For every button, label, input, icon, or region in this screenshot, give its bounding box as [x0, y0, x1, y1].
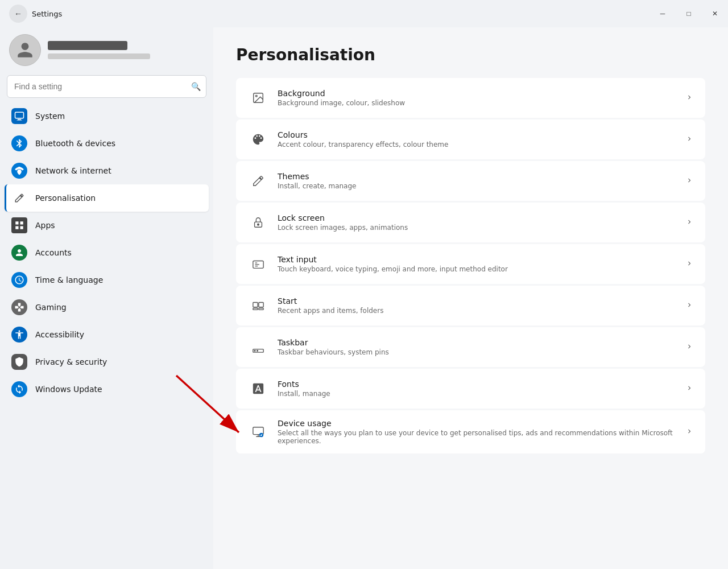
chevron-right-icon-start — [685, 301, 693, 311]
deviceusage-icon — [248, 422, 268, 442]
maximize-button[interactable]: □ — [676, 0, 702, 27]
taskbar-icon — [248, 337, 268, 357]
search-input[interactable] — [7, 75, 206, 98]
setting-desc-lockscreen: Lock screen images, apps, animations — [278, 224, 685, 232]
close-button[interactable]: ✕ — [702, 0, 728, 27]
setting-title-themes: Themes — [278, 172, 685, 181]
setting-desc-colours: Accent colour, transparency effects, col… — [278, 141, 685, 149]
app-body: 🔍 SystemBluetooth & devicesNetwork & int… — [0, 27, 728, 569]
titlebar: ← Settings ─ □ ✕ — [0, 0, 728, 27]
setting-title-background: Background — [278, 89, 685, 98]
chevron-right-icon-deviceusage — [685, 427, 693, 437]
background-icon — [248, 88, 268, 108]
svg-point-8 — [255, 95, 257, 97]
app-title: Settings — [32, 10, 62, 18]
svg-rect-12 — [253, 303, 258, 307]
svg-rect-5 — [15, 226, 18, 229]
setting-title-start: Start — [278, 296, 685, 306]
chevron-right-icon-themes — [685, 176, 693, 186]
svg-rect-18 — [257, 350, 258, 352]
setting-title-deviceusage: Device usage — [278, 419, 685, 428]
accounts-icon — [11, 245, 27, 261]
window-controls: ─ □ ✕ — [650, 0, 728, 27]
setting-card-colours[interactable]: ColoursAccent colour, transparency effec… — [236, 119, 705, 159]
setting-card-start[interactable]: StartRecent apps and items, folders — [236, 286, 705, 325]
setting-card-text-taskbar: TaskbarTaskbar behaviours, system pins — [278, 338, 685, 356]
sidebar-item-bluetooth[interactable]: Bluetooth & devices — [5, 130, 209, 157]
sidebar-item-label-network: Network & internet — [35, 166, 111, 175]
sidebar-item-time[interactable]: Time & language — [5, 266, 209, 294]
setting-card-deviceusage[interactable]: Device usageSelect all the ways you plan… — [236, 410, 705, 453]
settings-list: BackgroundBackground image, colour, slid… — [236, 78, 705, 454]
search-box: 🔍 — [7, 75, 206, 98]
username-redacted — [48, 41, 127, 50]
setting-desc-start: Recent apps and items, folders — [278, 307, 685, 315]
page-title: Personalisation — [236, 46, 705, 64]
back-button[interactable]: ← — [9, 5, 27, 23]
setting-card-text-fonts: FontsInstall, manage — [278, 380, 685, 398]
user-section — [5, 27, 209, 75]
svg-rect-0 — [15, 112, 24, 118]
setting-title-colours: Colours — [278, 130, 685, 139]
svg-rect-6 — [20, 226, 23, 229]
sidebar-item-personalisation[interactable]: Personalisation — [5, 184, 209, 212]
sidebar-item-accounts[interactable]: Accounts — [5, 239, 209, 266]
bluetooth-icon — [11, 135, 27, 151]
setting-title-fonts: Fonts — [278, 380, 685, 389]
setting-card-text-colours: ColoursAccent colour, transparency effec… — [278, 130, 685, 149]
sidebar-item-label-accounts: Accounts — [35, 248, 72, 257]
main-content: Personalisation BackgroundBackground ima… — [213, 27, 728, 569]
sidebar-item-system[interactable]: System — [5, 102, 209, 130]
minimize-button[interactable]: ─ — [650, 0, 676, 27]
sidebar-item-apps[interactable]: Apps — [5, 212, 209, 239]
sidebar-item-accessibility[interactable]: Accessibility — [5, 321, 209, 348]
setting-card-lockscreen[interactable]: Lock screenLock screen images, apps, ani… — [236, 203, 705, 242]
sidebar-item-network[interactable]: Network & internet — [5, 157, 209, 184]
svg-rect-14 — [253, 308, 258, 310]
setting-card-themes[interactable]: ThemesInstall, create, manage — [236, 161, 705, 201]
sidebar-item-label-apps: Apps — [35, 221, 55, 230]
sidebar-item-label-accessibility: Accessibility — [35, 330, 84, 339]
lockscreen-icon — [248, 212, 268, 233]
back-icon: ← — [14, 9, 22, 18]
svg-rect-2 — [17, 120, 22, 121]
sidebar-item-label-system: System — [35, 112, 65, 121]
update-icon — [11, 381, 27, 397]
setting-title-textinput: Text input — [278, 255, 685, 264]
sidebar: 🔍 SystemBluetooth & devicesNetwork & int… — [0, 27, 213, 569]
svg-rect-15 — [259, 308, 263, 310]
fonts-icon — [248, 378, 268, 399]
themes-icon — [248, 171, 268, 191]
setting-card-taskbar[interactable]: TaskbarTaskbar behaviours, system pins — [236, 327, 705, 367]
setting-card-text-lockscreen: Lock screenLock screen images, apps, ani… — [278, 213, 685, 232]
apps-icon — [11, 217, 27, 233]
setting-title-taskbar: Taskbar — [278, 338, 685, 347]
sidebar-item-label-time: Time & language — [35, 275, 103, 284]
gaming-icon — [11, 299, 27, 315]
svg-rect-13 — [259, 303, 263, 307]
chevron-right-icon-taskbar — [685, 343, 693, 352]
system-icon — [11, 108, 27, 124]
setting-card-text-start: StartRecent apps and items, folders — [278, 296, 685, 315]
sidebar-item-label-privacy: Privacy & security — [35, 357, 107, 366]
setting-card-fonts[interactable]: FontsInstall, manage — [236, 369, 705, 409]
setting-desc-taskbar: Taskbar behaviours, system pins — [278, 348, 685, 356]
user-info — [48, 41, 150, 59]
chevron-right-icon-fonts — [685, 384, 693, 394]
sidebar-item-label-update: Windows Update — [35, 385, 102, 394]
setting-card-background[interactable]: BackgroundBackground image, colour, slid… — [236, 78, 705, 118]
setting-card-textinput[interactable]: Text inputTouch keyboard, voice typing, … — [236, 244, 705, 284]
nav-list: SystemBluetooth & devicesNetwork & inter… — [5, 102, 209, 403]
setting-title-lockscreen: Lock screen — [278, 213, 685, 222]
sidebar-item-privacy[interactable]: Privacy & security — [5, 348, 209, 376]
sidebar-item-update[interactable]: Windows Update — [5, 376, 209, 403]
setting-card-text-background: BackgroundBackground image, colour, slid… — [278, 89, 685, 107]
network-icon — [11, 163, 27, 179]
setting-card-text-deviceusage: Device usageSelect all the ways you plan… — [278, 419, 685, 445]
chevron-right-icon-lockscreen — [685, 218, 693, 228]
chevron-right-icon-colours — [685, 135, 693, 145]
sidebar-item-label-gaming: Gaming — [35, 303, 67, 312]
sidebar-item-gaming[interactable]: Gaming — [5, 294, 209, 321]
setting-desc-deviceusage: Select all the ways you plan to use your… — [278, 429, 685, 445]
setting-desc-themes: Install, create, manage — [278, 182, 685, 190]
